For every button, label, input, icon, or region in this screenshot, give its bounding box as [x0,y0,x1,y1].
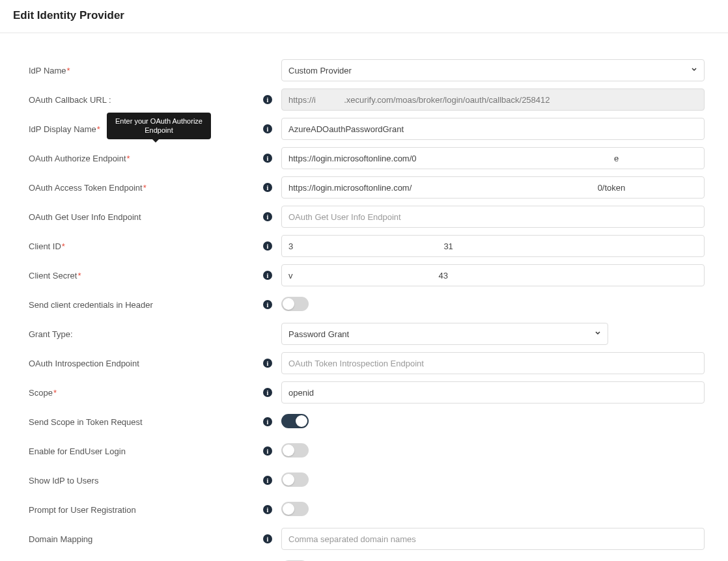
label-introspection-ep: OAuth Introspection Endpoint [29,359,139,368]
label-client-id: Client ID [29,241,61,251]
row-scope: Scope* i [29,381,705,404]
userinfo-ep-input[interactable] [281,206,705,228]
required-asterisk: * [127,154,130,163]
info-icon[interactable]: i [263,388,272,397]
idp-name-select[interactable]: Custom Provider [281,59,705,81]
row-creds-header: Send client credentials in Header i [29,294,705,316]
label-domain-mapping: Domain Mapping [29,534,92,544]
required-asterisk: * [62,241,65,251]
info-icon[interactable]: i [263,300,272,309]
row-userinfo-ep: OAuth Get User Info Endpoint i [29,206,705,228]
required-asterisk: * [77,271,81,280]
info-icon[interactable]: i [263,95,272,104]
authorize-ep-input[interactable] [281,147,705,169]
info-icon[interactable]: i [263,241,272,251]
label-prompt-reg: Prompt for User Registration [29,505,136,515]
row-scope-in-token: Send Scope in Token Request i [29,411,705,433]
row-client-secret: Client Secret* i [29,264,705,286]
client-secret-input[interactable] [281,264,705,286]
row-authorize-ep: OAuth Authorize Endpoint* i [29,147,705,169]
display-name-input[interactable] [281,118,705,140]
info-icon[interactable]: i [263,183,272,192]
row-introspection-ep: OAuth Introspection Endpoint i [29,352,705,374]
label-scope: Scope [29,388,53,398]
page-title: Edit Identity Provider [13,9,715,22]
row-grant-type: Grant Type: Password Grant [29,323,705,345]
info-icon[interactable]: i [263,154,272,163]
introspection-ep-input[interactable] [281,352,705,374]
info-icon[interactable]: i [263,446,272,456]
row-idp-name: IdP Name* Custom Provider [29,59,705,81]
toggle-enduser-login[interactable] [281,443,309,458]
titlebar: Edit Identity Provider [0,0,728,33]
label-grant-type: Grant Type: [29,329,73,339]
label-show-idp: Show IdP to Users [29,476,98,486]
row-show-idp: Show IdP to Users i [29,469,705,491]
info-icon[interactable]: i [263,505,272,514]
label-callback-url: OAuth Callback URL : [29,95,111,105]
grant-type-select[interactable]: Password Grant [281,323,608,345]
info-icon[interactable]: i [263,212,272,221]
info-icon[interactable]: i [263,271,272,280]
scope-input[interactable] [281,381,705,404]
domain-mapping-input[interactable] [281,528,705,550]
info-icon[interactable]: i [263,534,272,543]
label-display-name: IdP Display Name [29,124,96,134]
label-scope-in-token: Send Scope in Token Request [29,417,143,427]
row-domain-mapping: Domain Mapping i [29,528,705,550]
label-userinfo-ep: OAuth Get User Info Endpoint [29,212,141,222]
required-asterisk: * [97,124,100,134]
tooltip-authorize: Enter your OAuth Authorize Endpoint [107,113,211,140]
row-enduser-login: Enable for EndUser Login i [29,440,705,462]
row-display-name: IdP Display Name* Enter your OAuth Autho… [29,118,705,140]
label-creds-header: Send client credentials in Header [29,300,153,310]
required-asterisk: * [67,66,70,75]
row-send-attrs: Send Configured Attributes i [29,557,705,561]
toggle-scope-in-token[interactable] [281,414,309,428]
label-authorize-ep: OAuth Authorize Endpoint [29,154,126,163]
info-icon[interactable]: i [263,359,272,368]
access-token-ep-input[interactable] [281,176,705,198]
info-icon[interactable]: i [263,476,272,485]
client-id-input[interactable] [281,235,705,257]
toggle-creds-header[interactable] [281,297,309,311]
info-icon[interactable]: i [263,124,272,133]
label-client-secret: Client Secret [29,271,77,280]
callback-url-input[interactable] [281,89,705,111]
toggle-prompt-reg[interactable] [281,502,309,516]
required-asterisk: * [143,183,147,193]
row-access-token-ep: OAuth Access Token Endpoint* i [29,176,705,198]
info-icon[interactable]: i [263,417,272,426]
required-asterisk: * [53,388,57,398]
label-enduser-login: Enable for EndUser Login [29,446,126,456]
row-client-id: Client ID* i [29,235,705,257]
row-callback-url: OAuth Callback URL : i [29,89,705,111]
label-access-token-ep: OAuth Access Token Endpoint [29,183,143,193]
row-prompt-reg: Prompt for User Registration i [29,499,705,521]
form-body: IdP Name* Custom Provider OAuth Callback… [0,33,728,561]
toggle-show-idp[interactable] [281,472,309,487]
label-idp-name: IdP Name [29,66,66,75]
